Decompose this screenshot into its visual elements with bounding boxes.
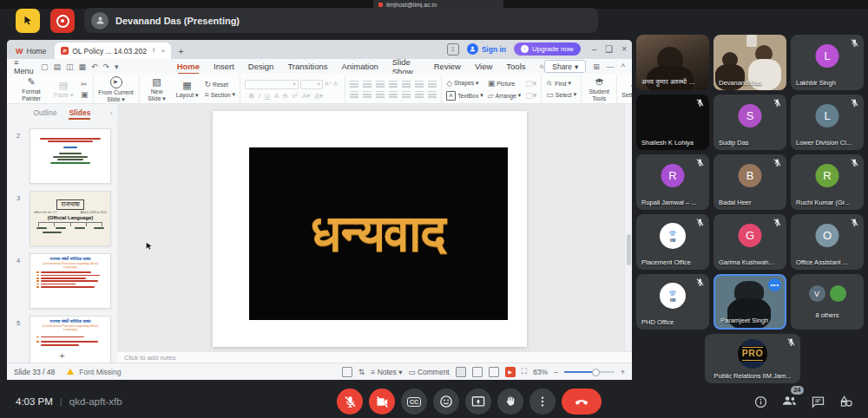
info-icon[interactable]: [753, 395, 768, 409]
participant-tile[interactable]: B Badal Heer: [713, 154, 786, 210]
print-icon[interactable]: ▦: [78, 62, 86, 71]
fullscreen-icon[interactable]: ⛶: [522, 367, 527, 376]
tab-slides[interactable]: Slides: [69, 108, 90, 120]
swap-panes-icon[interactable]: ⇅: [358, 368, 365, 376]
ribbon-tab-home[interactable]: Home: [176, 60, 201, 73]
pin-icon[interactable]: [150, 47, 158, 55]
chat-icon[interactable]: [811, 395, 825, 409]
slide-image[interactable]: धन्यवाद: [249, 147, 508, 320]
notes-area[interactable]: Click to add notes: [117, 351, 632, 362]
shapes-button[interactable]: ◇ Shapes ▾: [446, 79, 483, 88]
slide-thumbnail-3[interactable]: राजभाषा संविधान का भाग 17 Article (343 t…: [30, 191, 111, 246]
ribbon-tab-design[interactable]: Design: [247, 60, 275, 73]
recording-button[interactable]: [50, 9, 75, 33]
notes-toggle[interactable]: ≡ Notes ▾: [371, 368, 402, 376]
participant-tile[interactable]: IIM PHD Office: [636, 274, 709, 330]
participant-tile[interactable]: O Office Assistant ...: [791, 214, 864, 270]
ribbon-tab-transitions[interactable]: Transitions: [286, 60, 328, 73]
ribbon-tab-view[interactable]: View: [474, 60, 493, 73]
participants-button[interactable]: 24: [781, 392, 798, 412]
add-slide-button[interactable]: +: [7, 350, 117, 361]
annotation-button[interactable]: [16, 9, 40, 33]
mic-toggle-button[interactable]: [337, 389, 363, 415]
activities-icon[interactable]: [838, 394, 854, 409]
arrange-button[interactable]: ▱ Arrange ▾: [488, 91, 522, 100]
slide-sorter-icon[interactable]: [472, 367, 483, 377]
collapse-ribbon-minus-icon[interactable]: —: [607, 62, 615, 71]
more-options-button[interactable]: [529, 389, 556, 415]
from-current-slide-button[interactable]: ▶ From Current Slide ▾: [98, 76, 135, 103]
search-icon[interactable]: [539, 62, 545, 71]
participant-tile[interactable]: L Lower Division Cl...: [791, 95, 864, 150]
tab-outline[interactable]: Outline: [34, 108, 57, 120]
wps-home-tab[interactable]: W Home: [7, 43, 55, 59]
reading-view-icon[interactable]: [489, 367, 499, 377]
ribbon-tab-insert[interactable]: Insert: [213, 60, 235, 73]
reactions-button[interactable]: [433, 389, 459, 415]
tab-list-icon[interactable]: 1: [447, 43, 459, 56]
share-button[interactable]: Share ▾: [544, 60, 586, 73]
ribbon-tab-tools[interactable]: Tools: [505, 60, 526, 73]
collapse-panel-icon[interactable]: ‹: [110, 108, 113, 117]
undo-icon[interactable]: ↶: [91, 62, 98, 71]
captions-button[interactable]: CC: [401, 389, 427, 415]
layout-button[interactable]: ▦ Layout ▾: [174, 80, 201, 98]
select-button[interactable]: ▭ Select ▾: [546, 90, 576, 99]
task-pane-icon[interactable]: [342, 367, 352, 377]
normal-view-icon[interactable]: [456, 367, 466, 377]
camera-toggle-button[interactable]: [369, 389, 395, 415]
upgrade-button[interactable]: ↑ Upgrade now: [514, 42, 581, 56]
zoom-out-button[interactable]: −: [554, 368, 558, 376]
zoom-slider[interactable]: [564, 371, 615, 373]
open-file-icon[interactable]: ▤: [53, 62, 61, 71]
font-missing-warning[interactable]: Font Missing: [79, 368, 121, 376]
scrollbar-thumb[interactable]: [627, 234, 631, 265]
comment-button[interactable]: ▭ Comment: [408, 368, 449, 376]
participant-tile[interactable]: Devanand Das: [713, 35, 786, 90]
ribbon-tab-review[interactable]: Review: [433, 60, 462, 73]
slide-thumbnail-2[interactable]: [30, 128, 111, 184]
sign-in-button[interactable]: Sign in: [467, 43, 506, 55]
maximize-button[interactable]: ❑: [605, 44, 613, 54]
new-slide-button[interactable]: ▧ New Slide ▾: [144, 76, 170, 101]
slide-canvas[interactable]: धन्यवाद: [117, 104, 632, 351]
close-tab-icon[interactable]: ×: [161, 47, 166, 55]
participant-tile[interactable]: R Rupali Jamwal – ...: [636, 154, 709, 210]
slideshow-button[interactable]: ▶: [505, 367, 516, 377]
ribbon-tab-animation[interactable]: Animation: [340, 60, 378, 73]
student-tools-button[interactable]: Student Tools: [586, 76, 612, 102]
participant-tile-active-speaker[interactable]: ••• Paramjeet Singh: [713, 274, 786, 330]
cut-icon[interactable]: ✂: [81, 80, 89, 88]
end-call-button[interactable]: [562, 389, 602, 415]
menu-button[interactable]: ≡ Menu: [14, 58, 36, 75]
format-painter-button[interactable]: ✎ Format Painter: [16, 76, 46, 101]
more-options-badge[interactable]: •••: [768, 278, 781, 291]
zoom-in-button[interactable]: +: [621, 368, 625, 376]
dropdown-icon[interactable]: ▾: [115, 62, 119, 71]
redo-icon[interactable]: ↷: [103, 62, 110, 71]
participant-tile[interactable]: R Ruchi Kumar (Gr...: [791, 154, 864, 210]
new-file-icon[interactable]: ▢: [41, 62, 49, 71]
document-tab[interactable]: P OL Policy ... 14.03.2024 ×: [55, 42, 171, 59]
picture-button[interactable]: ▣ Picture: [488, 79, 522, 88]
save-icon[interactable]: ◫: [66, 62, 74, 71]
participant-tile-overflow[interactable]: V 8 others: [791, 274, 864, 330]
collapse-ribbon-icon[interactable]: ^: [621, 62, 625, 71]
current-slide-page[interactable]: धन्यवाद: [213, 111, 527, 347]
reset-button[interactable]: ↻ Reset: [205, 80, 235, 88]
minimize-button[interactable]: –: [592, 44, 597, 54]
zoom-slider-knob[interactable]: [592, 369, 600, 376]
copy-icon[interactable]: ▣: [81, 90, 89, 99]
section-button[interactable]: ≡ Section ▾: [205, 90, 235, 99]
present-button[interactable]: [465, 389, 491, 415]
participant-tile[interactable]: IIM Placement Office: [636, 214, 709, 270]
zoom-level[interactable]: 83%: [533, 368, 548, 376]
presenter-banner[interactable]: Devanand Das (Presenting): [84, 8, 598, 33]
find-button[interactable]: Find ▾: [546, 80, 576, 87]
raise-hand-button[interactable]: [497, 389, 523, 415]
participant-tile[interactable]: Shailesh K Lohiya: [636, 95, 709, 150]
settings-button[interactable]: Settings ▾: [621, 81, 632, 99]
canvas-scrollbar[interactable]: [624, 104, 632, 351]
slide-thumbnail-4[interactable]: राजभाषा संबंधी सांविधिक उपबंध (Constitut…: [30, 253, 111, 309]
layout-switch-icon[interactable]: ⊞: [593, 62, 600, 71]
